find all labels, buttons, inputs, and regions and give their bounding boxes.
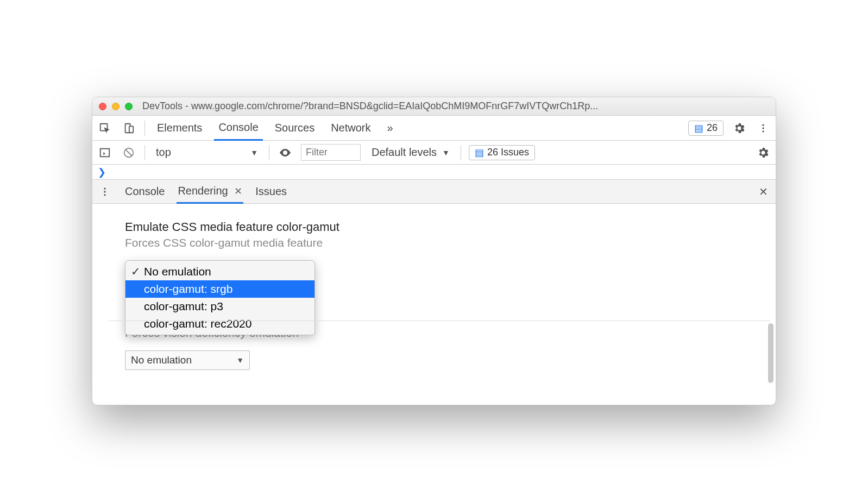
devtools-window: DevTools - www.google.com/chrome/?brand=… <box>92 97 776 405</box>
svg-point-8 <box>104 187 105 189</box>
titlebar: DevTools - www.google.com/chrome/?brand=… <box>92 97 776 116</box>
divider <box>269 145 269 160</box>
issues-label: 26 Issues <box>487 147 529 158</box>
drawer-tab-console[interactable]: Console <box>124 180 166 203</box>
drawer-tab-rendering[interactable]: Rendering ✕ <box>177 180 243 204</box>
prompt-chevron-icon: ❯ <box>98 166 106 178</box>
color-gamut-menu: No emulation color-gamut: srgb color-gam… <box>125 260 315 335</box>
section-title: Emulate CSS media feature color-gamut <box>125 220 743 234</box>
inspect-element-icon[interactable] <box>97 120 113 136</box>
svg-point-5 <box>762 130 764 132</box>
tab-sources[interactable]: Sources <box>271 116 319 140</box>
menu-item-rec2020[interactable]: color-gamut: rec2020 <box>125 315 315 332</box>
menu-item-srgb[interactable]: color-gamut: srgb <box>125 280 315 298</box>
tab-overflow[interactable]: » <box>383 116 398 140</box>
vision-deficiency-select[interactable]: No emulation ▼ <box>125 350 250 370</box>
section-subtitle: Forces CSS color-gamut media feature <box>125 236 743 249</box>
kebab-menu-icon[interactable] <box>755 120 771 136</box>
console-sidebar-toggle-icon[interactable] <box>97 145 113 161</box>
tab-elements[interactable]: Elements <box>153 116 206 140</box>
drawer-tab-issues[interactable]: Issues <box>254 180 288 203</box>
close-icon[interactable]: ✕ <box>234 186 242 197</box>
svg-point-10 <box>104 194 105 196</box>
chevron-down-icon: ▼ <box>250 148 258 157</box>
message-icon: ▤ <box>475 147 484 159</box>
chevron-down-icon: ▼ <box>236 356 244 365</box>
console-settings-icon[interactable] <box>755 145 771 161</box>
live-expression-icon[interactable] <box>277 145 293 161</box>
context-selector[interactable]: top ▼ <box>153 145 261 160</box>
console-toolbar: top ▼ Default levels ▼ ▤ 26 Issues <box>92 141 776 165</box>
scrollbar-thumb[interactable] <box>768 323 773 383</box>
drawer-tab-bar: Console Rendering ✕ Issues ✕ <box>92 180 776 204</box>
chevron-down-icon: ▼ <box>442 148 450 157</box>
svg-rect-2 <box>129 126 133 133</box>
svg-point-9 <box>104 191 105 192</box>
issues-count: 26 <box>707 122 718 134</box>
divider <box>109 321 770 321</box>
tab-console[interactable]: Console <box>214 116 262 141</box>
issues-button[interactable]: ▤ 26 Issues <box>469 145 535 160</box>
levels-value: Default levels <box>372 146 437 159</box>
clear-console-icon[interactable] <box>121 145 137 161</box>
settings-icon[interactable] <box>731 120 747 136</box>
filter-input[interactable] <box>301 144 361 161</box>
menu-item-p3[interactable]: color-gamut: p3 <box>125 298 315 315</box>
svg-point-4 <box>762 127 764 129</box>
main-tab-bar: Elements Console Sources Network » ▤ 26 <box>92 116 776 141</box>
message-icon: ▤ <box>694 122 703 134</box>
svg-point-3 <box>762 124 764 126</box>
menu-item-no-emulation[interactable]: No emulation <box>125 263 315 280</box>
rendering-panel: Emulate CSS media feature color-gamut Fo… <box>92 204 776 405</box>
maximize-window-button[interactable] <box>125 103 133 110</box>
close-drawer-icon[interactable]: ✕ <box>755 184 771 200</box>
tab-network[interactable]: Network <box>326 116 375 140</box>
window-controls <box>99 103 133 110</box>
close-window-button[interactable] <box>99 103 106 110</box>
device-toggle-icon[interactable] <box>121 120 137 136</box>
drawer-tab-rendering-label: Rendering <box>178 185 228 197</box>
divider <box>144 121 145 136</box>
vision-select-value: No emulation <box>131 354 192 366</box>
context-value: top <box>156 146 171 159</box>
svg-rect-6 <box>100 148 110 156</box>
divider <box>461 145 461 160</box>
window-title: DevTools - www.google.com/chrome/?brand=… <box>142 101 769 112</box>
issues-badge[interactable]: ▤ 26 <box>688 121 724 136</box>
console-prompt[interactable]: ❯ <box>92 165 776 180</box>
minimize-window-button[interactable] <box>112 103 119 110</box>
levels-selector[interactable]: Default levels ▼ <box>368 145 453 160</box>
drawer-kebab-icon[interactable] <box>97 184 113 200</box>
divider <box>144 145 145 160</box>
